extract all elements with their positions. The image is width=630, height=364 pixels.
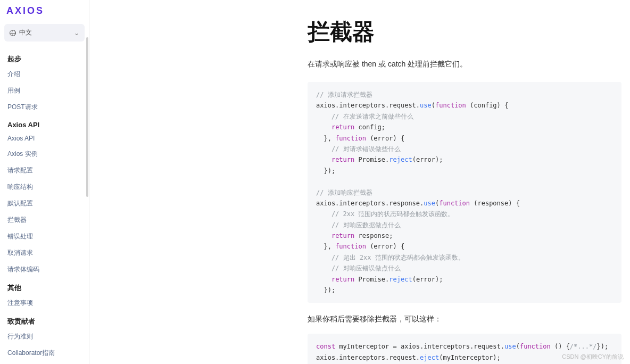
nav-item[interactable]: 拦截器 [0,212,89,228]
nav-item[interactable]: POST请求 [0,99,89,115]
page-intro: 在请求或响应被 then 或 catch 处理前拦截它们。 [308,60,621,69]
nav-item[interactable]: 默认配置 [0,195,89,212]
globe-icon [10,30,16,36]
sidebar-scrollbar[interactable] [86,37,89,357]
nav-item[interactable]: 为Axios做出贡献 [0,361,89,364]
nav-section-title: 起步 [0,49,89,66]
language-selector[interactable]: 中文 ⌄ [4,24,85,42]
nav-item[interactable]: 取消请求 [0,245,89,261]
nav-item[interactable]: Axios API [0,131,89,146]
watermark: CSDN @初映CY的前说 [562,353,624,361]
nav-section-title: 其他 [0,278,89,295]
nav-item[interactable]: 用例 [0,82,89,99]
nav-section-title: 致贡献者 [0,311,89,328]
chevron-down-icon: ⌄ [74,29,79,37]
nav-item[interactable]: 行为准则 [0,328,89,345]
nav-item[interactable]: 介绍 [0,66,89,82]
nav-item[interactable]: Collaborator指南 [0,345,89,361]
language-label: 中文 [19,28,32,37]
nav-item[interactable]: 错误处理 [0,228,89,245]
paragraph-remove: 如果你稍后需要移除拦截器，可以这样： [308,315,621,324]
nav-item[interactable]: 响应结构 [0,179,89,195]
logo[interactable]: AXIOS [0,0,89,21]
main-content: 拦截器 在请求或响应被 then 或 catch 处理前拦截它们。 // 添加请… [89,0,630,364]
scrollbar-thumb[interactable] [86,37,88,197]
nav-section-title: Axios API [0,115,89,131]
sidebar-nav: 起步介绍用例POST请求Axios APIAxios APIAxios 实例请求… [0,47,89,364]
code-block-1: // 添加请求拦截器 axios.interceptors.request.us… [308,82,621,303]
nav-item[interactable]: 请求体编码 [0,261,89,278]
page-title: 拦截器 [308,17,621,47]
nav-item[interactable]: Axios 实例 [0,146,89,162]
nav-item[interactable]: 注意事项 [0,295,89,311]
nav-item[interactable]: 请求配置 [0,162,89,179]
sidebar: AXIOS 中文 ⌄ 起步介绍用例POST请求Axios APIAxios AP… [0,0,89,364]
